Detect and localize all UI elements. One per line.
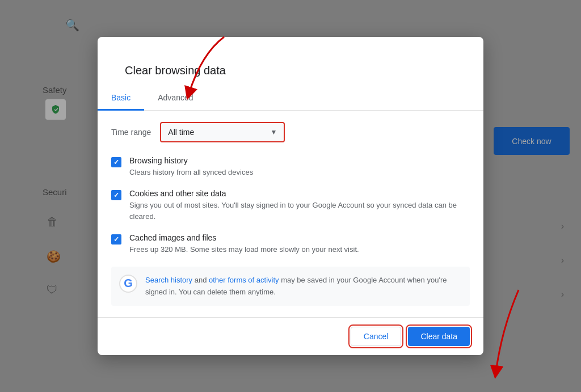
tab-basic[interactable]: Basic [98, 86, 144, 111]
browsing-history-text: Browsing history Clears history from all… [129, 156, 470, 178]
cached-images-checkbox[interactable] [111, 234, 121, 245]
modal-title-area: Clear browsing data [98, 37, 483, 77]
browsing-history-title: Browsing history [129, 156, 470, 165]
time-range-label: Time range [111, 128, 151, 137]
clear-browsing-data-dialog: Clear browsing data Basic Advanced Time … [98, 37, 483, 356]
dialog-title: Clear browsing data [111, 50, 470, 77]
modal-footer: Cancel Clear data [98, 317, 483, 355]
cookies-checkbox[interactable] [111, 190, 121, 200]
cached-images-text: Cached images and files Frees up 320 MB.… [129, 233, 470, 255]
google-activity-notice: G Search history and other forms of acti… [111, 267, 470, 306]
browsing-history-item: Browsing history Clears history from all… [111, 156, 470, 178]
cached-images-item: Cached images and files Frees up 320 MB.… [111, 233, 470, 255]
time-range-row: Time range All time ▼ [111, 122, 470, 142]
time-range-select[interactable]: All time ▼ [160, 122, 285, 142]
google-g-icon: G [119, 275, 137, 293]
cached-images-title: Cached images and files [129, 233, 470, 242]
cached-images-desc: Frees up 320 MB. Some sites may load mor… [129, 244, 470, 255]
search-history-link[interactable]: Search history [145, 276, 192, 284]
cookies-item: Cookies and other site data Signs you ou… [111, 189, 470, 222]
cancel-button[interactable]: Cancel [351, 327, 402, 346]
clear-data-button[interactable]: Clear data [408, 327, 470, 346]
browsing-history-checkbox[interactable] [111, 157, 121, 167]
time-range-value: All time [168, 128, 270, 137]
cookies-desc: Signs you out of most sites. You'll stay… [129, 200, 470, 222]
modal-backdrop: Clear browsing data Basic Advanced Time … [0, 0, 581, 392]
browsing-history-desc: Clears history from all synced devices [129, 167, 470, 178]
other-activity-link[interactable]: other forms of activity [209, 276, 279, 284]
tab-advanced[interactable]: Advanced [144, 86, 207, 111]
cookies-title: Cookies and other site data [129, 189, 470, 198]
google-notice-middle: and [192, 276, 209, 284]
google-notice-text: Search history and other forms of activi… [145, 275, 462, 298]
tab-bar: Basic Advanced [98, 86, 483, 111]
modal-body: Time range All time ▼ Browsing history C… [98, 111, 483, 318]
dropdown-arrow-icon: ▼ [270, 128, 277, 136]
cookies-text: Cookies and other site data Signs you ou… [129, 189, 470, 222]
